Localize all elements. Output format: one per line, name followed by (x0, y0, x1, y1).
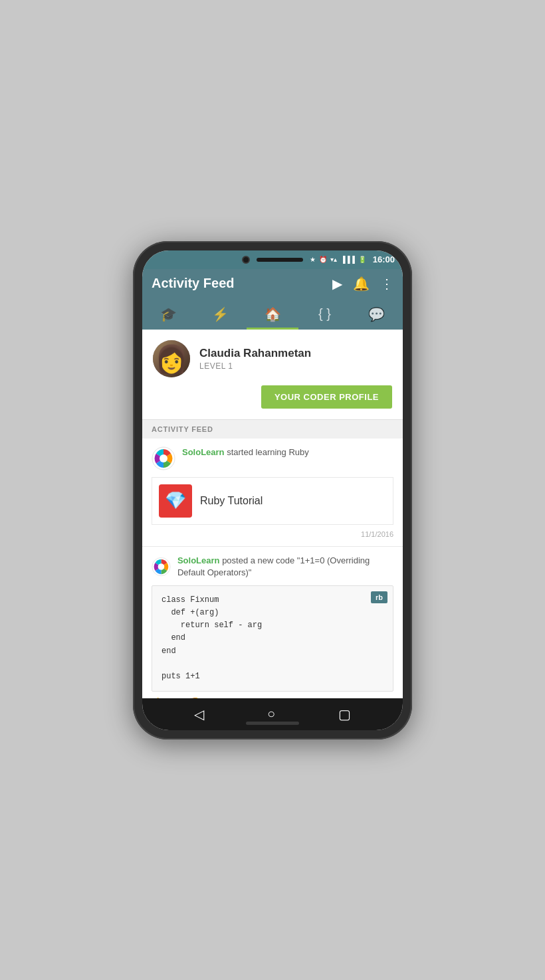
tab-chat[interactable]: 💬 (351, 298, 403, 328)
activity-date-1: 11/1/2016 (152, 530, 393, 538)
app-bar-title: Activity Feed (152, 276, 234, 291)
coder-profile-button[interactable]: YOUR CODER PROFILE (261, 385, 392, 409)
activity-user-2[interactable]: SoloLearn (177, 555, 220, 565)
sololearn-logo-2 (152, 555, 171, 579)
avatar (153, 340, 190, 377)
chat-icon: 💬 (368, 306, 385, 322)
avatar-image (153, 340, 190, 377)
code-content: class Fixnum def +(arg) return self - ar… (152, 586, 393, 691)
profile-top: Claudia Rahanmetan LEVEL 1 (153, 340, 392, 377)
activity-item-code: SoloLearn posted a new code "1+1=0 (Over… (142, 547, 403, 698)
wifi-icon: ▾▴ (330, 256, 337, 263)
sololearn-logo (152, 446, 175, 470)
main-content: Claudia Rahanmetan LEVEL 1 YOUR CODER PR… (142, 330, 403, 698)
front-camera (242, 256, 250, 264)
flash-icon: ⚡ (212, 306, 229, 322)
earpiece-speaker (257, 258, 303, 262)
status-time: 16:00 (373, 254, 395, 264)
phone-top-hardware (242, 256, 303, 264)
status-icons: ★ ⏰ ▾▴ ▐▐▐ 🔋 (310, 256, 366, 263)
recents-button[interactable]: ▢ (333, 701, 356, 728)
bluetooth-icon: ★ (310, 256, 316, 263)
profile-icon[interactable]: ▶ (332, 276, 342, 292)
more-vert-icon[interactable]: ⋮ (380, 276, 393, 292)
activity-item-ruby-course: SoloLearn started learning Ruby 💎 Ruby T… (142, 439, 403, 547)
back-button[interactable]: ◁ (189, 701, 209, 728)
app-bar-actions: ▶ 🔔 ⋮ (332, 276, 393, 292)
tab-code[interactable]: { } (298, 298, 350, 327)
tab-flash[interactable]: ⚡ (194, 298, 246, 328)
tab-courses[interactable]: 🎓 (142, 298, 194, 328)
activity-text-2: SoloLearn posted a new code "1+1=0 (Over… (177, 555, 393, 579)
svg-point-1 (160, 454, 167, 462)
tab-home[interactable]: 🏠 (247, 298, 298, 328)
profile-level: LEVEL 1 (199, 361, 311, 371)
phone-screen: ★ ⏰ ▾▴ ▐▐▐ 🔋 16:00 Activity Feed ▶ 🔔 ⋮ 🎓 (142, 250, 403, 730)
activity-item-header-2: SoloLearn posted a new code "1+1=0 (Over… (152, 555, 393, 579)
activity-feed-section-header: ACTIVITY FEED (142, 420, 403, 439)
ruby-title: Ruby Tutorial (200, 495, 263, 507)
alarm-icon: ⏰ (319, 256, 327, 263)
bottom-nav: ◁ ○ ▢ (142, 698, 403, 730)
phone-bottom-hardware (246, 722, 299, 725)
activity-item-header: SoloLearn started learning Ruby (152, 446, 393, 470)
notifications-icon[interactable]: 🔔 (353, 276, 370, 292)
profile-info: Claudia Rahanmetan LEVEL 1 (199, 347, 311, 371)
profile-card: Claudia Rahanmetan LEVEL 1 YOUR CODER PR… (142, 330, 403, 420)
svg-point-3 (158, 563, 165, 570)
home-icon: 🏠 (265, 306, 281, 322)
activity-text-1: SoloLearn started learning Ruby (182, 446, 309, 458)
profile-name: Claudia Rahanmetan (199, 347, 311, 360)
ruby-icon-box: 💎 (159, 484, 192, 518)
code-icon: { } (318, 306, 331, 322)
nav-tabs: 🎓 ⚡ 🏠 { } 💬 (142, 298, 403, 330)
signal-icon: ▐▐▐ (340, 256, 354, 263)
app-bar: Activity Feed ▶ 🔔 ⋮ (142, 269, 403, 298)
phone-device: ★ ⏰ ▾▴ ▐▐▐ 🔋 16:00 Activity Feed ▶ 🔔 ⋮ 🎓 (133, 241, 412, 739)
ruby-tutorial-card[interactable]: 💎 Ruby Tutorial (152, 477, 393, 525)
ruby-diamond-icon: 💎 (165, 490, 186, 511)
battery-icon: 🔋 (358, 256, 366, 263)
school-icon: 🎓 (160, 306, 177, 322)
activity-user-1[interactable]: SoloLearn (182, 447, 225, 457)
code-card[interactable]: rb class Fixnum def +(arg) return self -… (152, 585, 393, 692)
code-lang-badge: rb (371, 591, 387, 603)
